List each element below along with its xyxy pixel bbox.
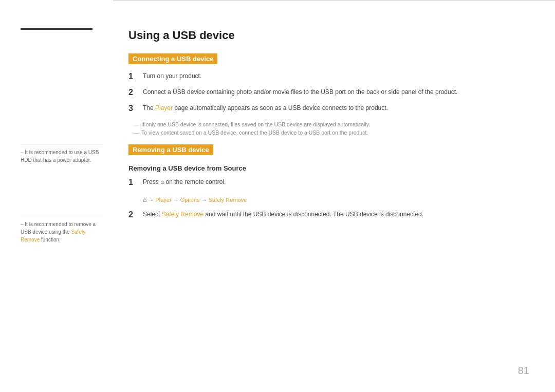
main-content: Using a USB device Connecting a USB devi… [113,0,555,392]
arrow-3: → [201,197,209,203]
arrow-1: → [148,197,155,203]
connecting-step-2: 2 Connect a USB device containing photo … [128,87,529,98]
note-line-2-text: To view content saved on a USB device, c… [141,129,368,137]
section1-notes: — If only one USB device is connected, f… [134,121,529,137]
step-3-num: 3 [128,103,143,114]
remove-step-1-text: Press ⌂ on the remote control. [143,177,529,186]
remove-step-2-num: 2 [128,210,143,220]
removing-steps-2: 2 Select Safely Remove and wait until th… [128,210,529,220]
sidebar-top-bar [21,28,92,30]
removing-steps: 1 Press ⌂ on the remote control. [128,177,529,188]
step-1-text: Turn on your product. [143,71,529,81]
safely-remove-link-path: Safely Remove [209,197,247,203]
step-1-num: 1 [128,71,143,82]
page: – It is recommended to use a USB HDD tha… [0,0,555,392]
sidebar-note-2-block: – It is recommended to remove a USB devi… [0,216,113,244]
player-link-path: Player [155,197,171,203]
sidebar-note-1-text: – It is recommended to use a USB HDD tha… [21,148,103,164]
connecting-step-1: 1 Turn on your product. [128,71,529,82]
page-title: Using a USB device [128,29,529,42]
home-icon-1: ⌂ [160,178,164,185]
sidebar-note-1: – It is recommended to use a USB HDD tha… [21,144,103,164]
note-dash-2: — [134,129,139,137]
safely-remove-link-step2: Safely Remove [162,211,203,218]
section-removing: Removing a USB device Removing a USB dev… [128,144,529,220]
remove-step-1-num: 1 [128,177,143,188]
sidebar-note-1-block: – It is recommended to use a USB HDD tha… [0,144,113,164]
step-2-num: 2 [128,87,143,98]
connecting-steps: 1 Turn on your product. 2 Connect a USB … [128,71,529,114]
removing-step-1: 1 Press ⌂ on the remote control. [128,177,529,188]
step-3-text: The Player page automatically appears as… [143,103,529,113]
sidebar-note-2-after: function. [40,237,61,242]
page-number: 81 [518,365,529,377]
section-heading-connecting: Connecting a USB device [128,53,217,64]
step-2-text: Connect a USB device containing photo an… [143,87,529,97]
sidebar-note-2: – It is recommended to remove a USB devi… [21,216,103,244]
removing-step-2: 2 Select Safely Remove and wait until th… [128,210,529,220]
options-link-path: Options [180,197,200,203]
sidebar: – It is recommended to use a USB HDD tha… [0,0,113,392]
player-link-1: Player [155,104,173,111]
sidebar-note-1-content: It is recommended to use a USB HDD that … [21,150,99,163]
note-line-2: — To view content saved on a USB device,… [134,129,529,137]
sub-section-title: Removing a USB device from Source [128,164,529,172]
note-line-1-text: If only one USB device is connected, fil… [141,121,370,129]
connecting-step-3: 3 The Player page automatically appears … [128,103,529,114]
home-icon-path: ⌂ [143,196,146,203]
arrow-path: ⌂ → Player → Options → Safely Remove [143,195,529,204]
section-heading-removing: Removing a USB device [128,144,213,155]
remove-step-2-text: Select Safely Remove and wait until the … [143,210,529,219]
note-dash-1: — [134,121,139,128]
note-line-1: — If only one USB device is connected, f… [134,121,529,129]
section-connecting: Connecting a USB device 1 Turn on your p… [128,53,529,137]
sidebar-note-2-text: – It is recommended to remove a USB devi… [21,220,103,244]
arrow-2: → [173,197,180,203]
